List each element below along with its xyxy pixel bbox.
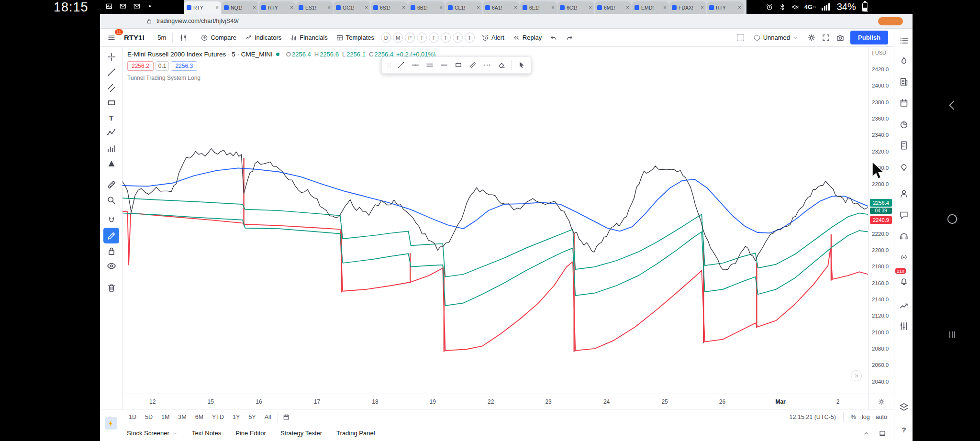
quick-interval-M[interactable]: M [393,33,403,43]
sidebar-calc[interactable] [898,140,910,151]
draw-rect[interactable] [452,58,465,72]
browser-tab[interactable]: NQ1!× [222,1,258,14]
tab-close-icon[interactable]: × [738,4,741,11]
alert-button[interactable]: Alert [478,32,508,44]
tool-trash[interactable] [103,280,119,296]
range-3M[interactable]: 3M [174,412,190,422]
browser-tab[interactable]: RTY× [259,1,296,14]
sidebar-headset[interactable] [898,231,910,242]
tool-text[interactable]: T [103,110,119,126]
tab-close-icon[interactable]: × [439,4,443,11]
quick-interval-T[interactable]: T [417,33,427,43]
browser-tab[interactable]: 6S1!× [371,1,408,14]
sidebar-flame[interactable] [898,55,910,67]
fullscreen-icon[interactable] [822,33,830,42]
tab-close-icon[interactable]: × [215,4,219,11]
sidebar-person[interactable] [898,188,910,199]
indicator-legend[interactable]: Tunnel Trading System Long [127,75,435,81]
time-axis[interactable]: 1215161718192223242526Mar2 [122,394,868,409]
tool-forecast[interactable] [103,141,119,156]
tool-trendline[interactable] [103,64,119,80]
range-6M[interactable]: 6M [191,412,207,422]
settings-gear-icon[interactable] [807,33,816,42]
price-chart[interactable] [122,47,868,394]
browser-tab[interactable]: FDAX!× [669,1,706,14]
sidebar-layers[interactable] [898,401,910,413]
log-scale-button[interactable]: log [862,414,870,420]
tool-rect[interactable] [103,95,119,110]
legend-title[interactable]: E-Mini Russell 2000 Index Futures · 5 · … [127,51,273,58]
quick-interval-P[interactable]: P [405,33,415,43]
tool-lock[interactable] [103,243,119,259]
sidebar-pie[interactable] [898,119,910,131]
browser-tab[interactable]: RTY× [184,1,221,14]
axis-settings-corner[interactable] [868,394,894,409]
quick-interval-D[interactable]: D [381,33,391,43]
tab-close-icon[interactable]: × [701,4,704,11]
axis-gear-icon[interactable] [878,398,885,406]
range-YTD[interactable]: YTD [208,412,228,422]
quick-search-button[interactable] [105,417,117,430]
snapshot-camera-icon[interactable] [836,33,845,42]
quick-interval-T[interactable]: T [465,33,475,43]
quick-interval-T[interactable]: T [441,33,451,43]
tab-close-icon[interactable]: × [402,4,405,11]
panel-tab-strategy-tester[interactable]: Strategy Tester [280,430,322,437]
browser-tab[interactable]: ES1!× [296,1,333,14]
draw-hline[interactable] [409,58,422,72]
browser-tab[interactable]: GC1!× [334,1,370,14]
browser-tab[interactable]: 6A1!× [483,1,520,14]
back-button[interactable] [943,96,962,115]
redo-button[interactable] [562,32,577,44]
price-axis[interactable]: { USD 2420.02400.02380.02360.02340.02320… [868,47,894,394]
tab-close-icon[interactable]: × [663,4,667,11]
sidebar-chat[interactable] [898,209,910,221]
draw-channel[interactable] [466,58,479,72]
browser-tab[interactable]: 6M1!× [595,1,632,14]
draw-eraser[interactable] [495,58,508,72]
browser-urlbar[interactable]: tradingview.com/chart/hjlvjS49/ [100,14,913,29]
tool-crosshair[interactable] [103,49,119,65]
range-1M[interactable]: 1M [157,412,173,422]
interval-button[interactable]: 5m [154,32,169,43]
compare-button[interactable]: Compare [197,32,239,44]
tool-pencil[interactable] [103,228,119,243]
clock-utc[interactable]: 12:15:21 (UTC-5) [790,414,836,420]
layout-checkbox[interactable] [737,34,744,41]
browser-tab[interactable]: 6C1!× [557,1,594,14]
chart-canvas[interactable]: E-Mini Russell 2000 Index Futures · 5 · … [122,47,868,394]
tool-brush[interactable] [103,80,119,96]
panel-tab-text-notes[interactable]: Text Notes [192,430,221,437]
recents-button[interactable] [943,325,962,344]
tab-close-icon[interactable]: × [589,4,592,11]
panel-maximize-icon[interactable] [879,430,886,437]
tool-eye[interactable] [103,258,119,274]
templates-button[interactable]: Templates [333,32,378,44]
home-button[interactable] [943,209,962,229]
go-to-date-icon[interactable] [282,413,290,421]
sidebar-list[interactable] [898,35,910,46]
replay-button[interactable]: Replay [509,32,545,44]
tab-close-icon[interactable]: × [514,4,517,11]
panel-tab-stock-screener[interactable]: Stock Screener [127,430,178,437]
range-5Y[interactable]: 5Y [245,412,259,422]
browser-tab[interactable]: RTY× [707,1,744,14]
ask-box[interactable]: 2256.3 [171,61,197,71]
browser-tab[interactable]: 6E1!× [520,1,557,14]
tab-close-icon[interactable]: × [551,4,555,11]
sidebar-markets[interactable] [898,300,910,312]
draw-cursorarrow[interactable] [514,58,528,72]
main-menu-button[interactable]: 11 [104,32,119,44]
range-All[interactable]: All [261,412,275,422]
publish-button[interactable]: Publish [850,31,888,44]
sidebar-bulb[interactable] [898,162,910,173]
range-5D[interactable]: 5D [141,412,156,422]
quick-interval-T[interactable]: T [429,33,439,43]
panel-tab-pine-editor[interactable]: Pine Editor [235,430,266,437]
tab-close-icon[interactable]: × [253,4,256,11]
layout-name-button[interactable]: Unnamed [750,32,802,44]
chart-style-button[interactable] [176,32,191,44]
tool-arrowup[interactable] [103,156,119,172]
draw-hray[interactable] [437,58,451,72]
draw-grip[interactable] [385,58,393,72]
